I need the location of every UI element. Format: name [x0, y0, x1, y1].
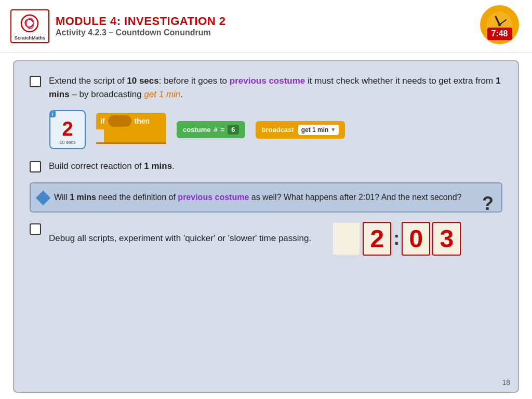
blocks-area: i 2 10 secs if then costume # = 6 broadc… — [49, 110, 502, 149]
task1-text4: . — [180, 89, 183, 99]
if-then-body — [104, 129, 166, 144]
clock-circle: 7:48 — [480, 5, 519, 44]
header-left: ScratchMaths Module 4: Investigation 2 A… — [10, 9, 225, 43]
costume-block: costume # = 6 — [177, 121, 245, 138]
task2-text-before: Build correct reaction of — [49, 161, 144, 171]
task1-text: Extend the script of 10 secs: before it … — [49, 74, 502, 101]
task2-text2: . — [172, 161, 175, 171]
info-bold1: 1 mins — [70, 193, 96, 202]
task2-bold: 1 mins — [144, 161, 172, 171]
condition-slot — [108, 115, 131, 127]
clock-box: 7:48 — [480, 5, 522, 47]
task1-text3: – by broadcasting — [70, 89, 144, 99]
activity-title: Activity 4.2.3 – Countdown Conundrum — [56, 28, 225, 37]
task1-bold1: 10 secs — [127, 76, 158, 86]
svg-point-0 — [21, 15, 38, 32]
task3-checkbox[interactable] — [30, 223, 41, 235]
info-purple1: previous costume — [178, 193, 249, 202]
timer-colon: : — [393, 228, 400, 249]
info-box: Will 1 mins need the definition of previ… — [30, 182, 502, 212]
task3-row: Debug all scripts, experiment with 'quic… — [49, 222, 461, 256]
costume-label: costume — [183, 126, 210, 134]
info-text2: need the definition of — [96, 193, 178, 202]
info-text1: Will — [54, 193, 70, 202]
clock-time-badge: 7:48 — [487, 28, 512, 40]
clock-time-text: 7:48 — [491, 29, 508, 38]
task1-checkbox[interactable] — [30, 76, 41, 87]
timer-digit-3: 0 — [402, 222, 430, 256]
page-number: 18 — [502, 378, 510, 387]
task3-item: Debug all scripts, experiment with 'quic… — [30, 222, 502, 256]
task1-text1: : before it goes to — [159, 76, 230, 86]
module-title: Module 4: Investigation 2 — [56, 15, 225, 28]
timer-digit-1 — [332, 222, 361, 256]
then-label: then — [135, 117, 150, 125]
num-badge: 6 — [228, 125, 238, 135]
equals-sign: = — [221, 126, 225, 134]
svg-point-6 — [498, 23, 501, 26]
task1-item: Extend the script of 10 secs: before it … — [30, 74, 502, 101]
main-content: Extend the script of 10 secs: before it … — [13, 60, 519, 393]
timer-display: 2 : 0 3 — [332, 222, 461, 256]
get-1-min-label: get 1 min — [301, 126, 329, 134]
header: ScratchMaths Module 4: Investigation 2 A… — [0, 0, 532, 52]
task1-purple1: previous costume — [230, 76, 305, 86]
task1-italic1: get 1 min — [144, 89, 180, 99]
broadcast-block: broadcast get 1 min ▼ — [256, 121, 345, 139]
sprite-block: i 2 10 secs — [49, 110, 86, 149]
if-label: if — [100, 117, 105, 125]
sprite-number: 2 — [62, 119, 73, 139]
dropdown-arrow-icon: ▼ — [330, 127, 336, 132]
module-title-text: Module 4: Investigation 2 — [56, 15, 225, 28]
broadcast-dropdown[interactable]: get 1 min ▼ — [298, 125, 339, 135]
task1-text-before: Extend the script of — [49, 76, 127, 86]
task2-checkbox[interactable] — [30, 161, 41, 172]
info-text3: as well? What happens after 2:01? And th… — [249, 193, 461, 202]
task2-item: Build correct reaction of 1 mins. — [30, 159, 502, 173]
sprite-label: 10 secs — [59, 140, 75, 145]
task3-text: Debug all scripts, experiment with 'quic… — [49, 232, 311, 245]
timer-digit-4: 3 — [432, 222, 461, 256]
logo-label: ScratchMaths — [15, 35, 45, 41]
broadcast-label: broadcast — [262, 126, 294, 134]
header-title: Module 4: Investigation 2 Activity 4.2.3… — [56, 15, 225, 37]
diamond-icon — [36, 190, 50, 205]
if-then-outer: if then — [96, 113, 166, 129]
timer-digit-2: 2 — [363, 222, 391, 256]
logo-box: ScratchMaths — [10, 9, 49, 43]
sprite-info-tag: i — [50, 111, 56, 117]
hash-symbol: # — [214, 126, 217, 134]
question-mark-icon: ? — [482, 190, 494, 218]
if-then-block: if then — [96, 113, 166, 147]
task1-text2: it must check whether it needs to get ex… — [305, 76, 496, 86]
task2-text: Build correct reaction of 1 mins. — [49, 159, 175, 173]
